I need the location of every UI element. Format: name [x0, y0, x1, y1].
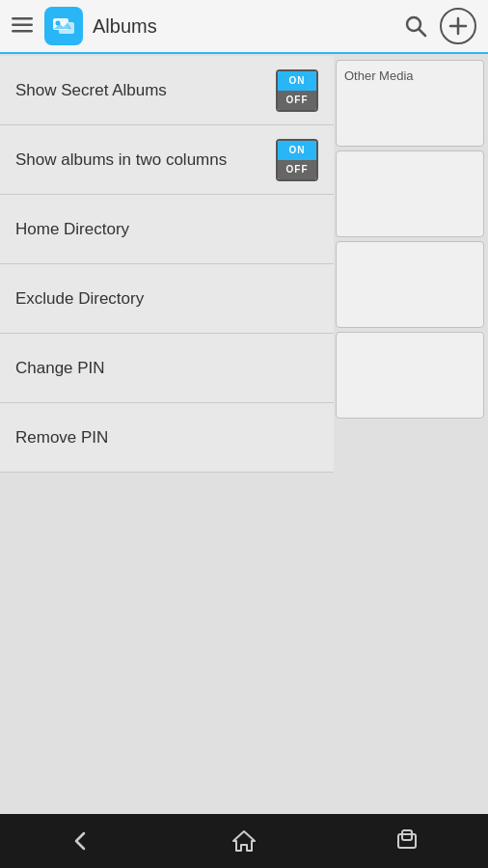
other-media-label: Other Media — [344, 68, 414, 83]
exclude-directory-item[interactable]: Exclude Directory — [0, 264, 334, 334]
change-pin-item[interactable]: Change PIN — [0, 334, 334, 403]
settings-list: Show Secret Albums ON OFF Show albums in… — [0, 56, 334, 814]
show-secret-albums-item[interactable]: Show Secret Albums ON OFF — [0, 56, 334, 125]
app-header: Albums — [0, 0, 488, 54]
exclude-directory-label: Exclude Directory — [15, 289, 144, 309]
menu-icon[interactable] — [12, 14, 33, 39]
media-card-2[interactable] — [336, 150, 484, 237]
page-title: Albums — [93, 15, 397, 38]
show-two-columns-toggle[interactable]: ON OFF — [276, 139, 318, 181]
remove-pin-item[interactable]: Remove PIN — [0, 403, 334, 473]
home-button[interactable] — [215, 822, 273, 860]
show-two-columns-label: Show albums in two columns — [15, 150, 227, 170]
home-directory-label: Home Directory — [15, 220, 129, 239]
back-button[interactable] — [52, 822, 110, 860]
toggle-off-label: OFF — [278, 91, 316, 110]
other-media-panel: Other Media — [336, 56, 488, 422]
toggle-off-label-2: OFF — [278, 160, 316, 179]
media-card-1[interactable]: Other Media — [336, 60, 484, 147]
svg-line-9 — [420, 30, 426, 37]
media-card-3[interactable] — [336, 241, 484, 328]
bottom-navigation — [0, 814, 488, 868]
app-icon — [44, 7, 83, 45]
show-secret-albums-label: Show Secret Albums — [15, 81, 167, 100]
change-pin-label: Change PIN — [15, 359, 105, 378]
toggle-on-label-2: ON — [278, 141, 316, 160]
show-two-columns-item[interactable]: Show albums in two columns ON OFF — [0, 125, 334, 195]
svg-rect-1 — [12, 24, 33, 27]
toggle-on-label: ON — [278, 71, 316, 91]
show-secret-albums-toggle[interactable]: ON OFF — [276, 69, 318, 112]
home-directory-item[interactable]: Home Directory — [0, 195, 334, 264]
search-icon[interactable] — [397, 8, 434, 44]
svg-rect-0 — [12, 17, 33, 20]
svg-marker-13 — [233, 831, 255, 851]
add-icon[interactable] — [440, 8, 476, 44]
recents-button[interactable] — [378, 822, 436, 860]
media-card-4[interactable] — [336, 332, 484, 419]
remove-pin-label: Remove PIN — [15, 428, 108, 448]
svg-rect-2 — [12, 30, 33, 33]
